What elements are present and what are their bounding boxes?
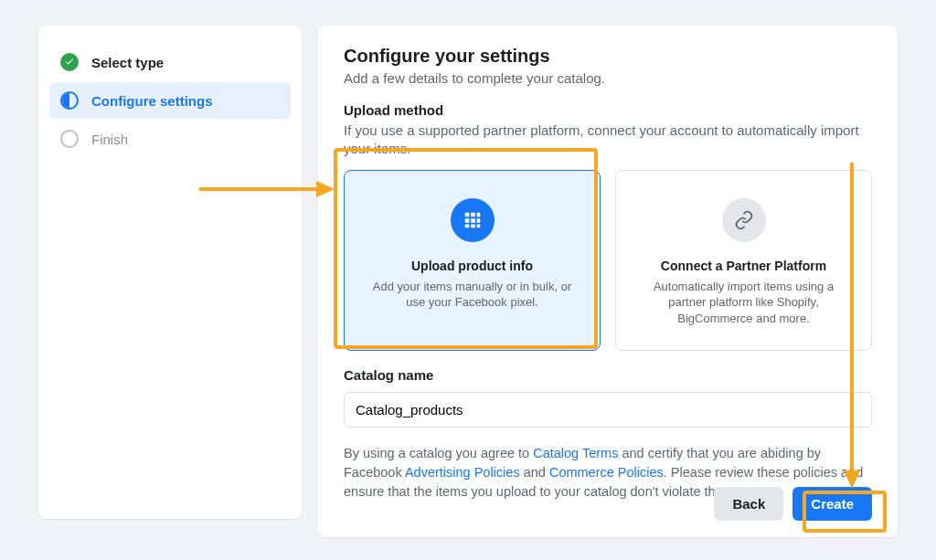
catalog-name-label: Catalog name (344, 367, 872, 383)
catalog-name-input[interactable] (344, 392, 872, 428)
link-advertising-policies[interactable]: Advertising Policies (405, 465, 520, 480)
upload-method-desc: If you use a supported partner platform,… (344, 122, 872, 159)
upload-method-cards: Upload product info Add your items manua… (344, 170, 872, 352)
main-panel: Configure your settings Add a few detail… (318, 26, 898, 537)
link-commerce-policies[interactable]: Commerce Policies (549, 465, 664, 480)
page-subtitle: Add a few details to complete your catal… (344, 70, 872, 86)
step-finish[interactable]: Finish (49, 121, 291, 157)
check-icon (60, 53, 79, 71)
link-icon (722, 198, 766, 242)
card-upload-product-info[interactable]: Upload product info Add your items manua… (344, 170, 601, 352)
step-label: Configure settings (91, 93, 213, 109)
grid-icon (451, 198, 495, 242)
wizard-sidebar: Select type Configure settings Finish (38, 26, 302, 519)
card-desc: Automatically import items using a partn… (636, 279, 851, 327)
page-title: Configure your settings (344, 46, 872, 67)
link-catalog-terms[interactable]: Catalog Terms (533, 446, 618, 460)
card-desc: Add your items manually or in bulk, or u… (365, 279, 580, 311)
step-label: Finish (91, 132, 128, 147)
step-configure-settings[interactable]: Configure settings (49, 82, 291, 119)
create-button[interactable]: Create (792, 487, 872, 521)
card-title: Connect a Partner Platform (636, 259, 851, 273)
step-label: Select type (91, 55, 164, 70)
step-select-type[interactable]: Select type (49, 44, 291, 80)
half-circle-icon (60, 91, 79, 110)
empty-circle-icon (60, 130, 79, 148)
footer-buttons: Back Create (714, 487, 872, 521)
card-connect-partner[interactable]: Connect a Partner Platform Automatically… (615, 170, 872, 352)
back-button[interactable]: Back (714, 487, 783, 521)
card-title: Upload product info (365, 259, 580, 273)
upload-method-title: Upload method (344, 102, 872, 118)
